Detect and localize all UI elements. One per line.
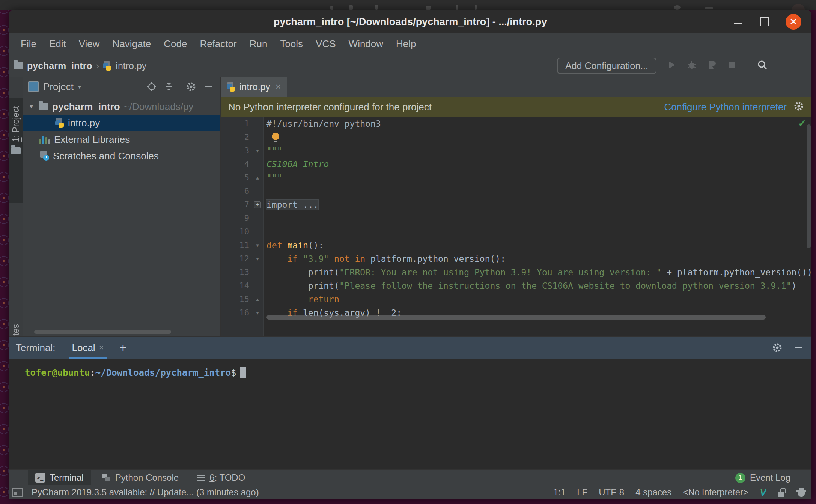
shell-prompt: tofer@ubuntu:~/Downloads/pycharm_intro$ bbox=[25, 367, 246, 378]
menu-run[interactable]: Run bbox=[243, 38, 274, 50]
python-file-icon bbox=[227, 82, 236, 92]
code-line-15[interactable]: 15▴ return bbox=[221, 292, 811, 306]
terminal-gear-icon[interactable] bbox=[771, 341, 784, 354]
fold-marker-icon[interactable]: ▾ bbox=[253, 306, 262, 320]
menu-navigate[interactable]: Navigate bbox=[106, 38, 158, 50]
gear-icon[interactable] bbox=[185, 80, 197, 93]
interpreter-widget[interactable]: <No interpreter> bbox=[683, 487, 748, 498]
menu-view[interactable]: View bbox=[72, 38, 106, 50]
line-number: 12 bbox=[221, 252, 249, 266]
tool-stripe-project[interactable]: 1: Project bbox=[9, 98, 23, 203]
breadcrumb: pycharm_intro › intro.py bbox=[9, 60, 557, 72]
editor-horizontal-scrollbar[interactable] bbox=[266, 315, 766, 320]
code-line-2[interactable]: 2 bbox=[221, 130, 811, 144]
stop-icon[interactable] bbox=[727, 60, 737, 71]
line-separator[interactable]: LF bbox=[577, 487, 587, 498]
search-everywhere-icon[interactable] bbox=[757, 59, 768, 72]
titlebar[interactable]: pycharm_intro [~/Downloads/pycharm_intro… bbox=[9, 10, 811, 33]
toolbar-terminal-button[interactable]: >_ Terminal bbox=[28, 470, 91, 486]
run-with-coverage-icon[interactable] bbox=[707, 60, 717, 72]
toolbar-python-console-button[interactable]: Python Console bbox=[94, 470, 186, 486]
editor-vertical-scrollbar[interactable] bbox=[807, 124, 811, 248]
code-line-13[interactable]: 13 print("ERROR: You are not using Pytho… bbox=[221, 266, 811, 279]
menu-refactor[interactable]: Refactor bbox=[193, 38, 243, 50]
code-line-12[interactable]: 12▾ if "3.9" not in platform.python_vers… bbox=[221, 252, 811, 266]
run-icon[interactable] bbox=[666, 60, 677, 72]
collapse-all-icon[interactable] bbox=[163, 80, 175, 93]
terminal-hide-icon[interactable] bbox=[792, 341, 805, 354]
terminal-output[interactable]: tofer@ubuntu:~/Downloads/pycharm_intro$ bbox=[9, 358, 811, 470]
add-configuration-button[interactable]: Add Configuration... bbox=[557, 58, 656, 74]
menu-vcs[interactable]: VCS bbox=[309, 38, 342, 50]
unlocked-padlock-icon[interactable] bbox=[778, 488, 785, 497]
code-line-7[interactable]: 7+import ... bbox=[221, 198, 811, 212]
intention-bulb-icon[interactable] bbox=[272, 133, 279, 140]
status-message[interactable]: PyCharm 2019.3.5 available: // Update...… bbox=[28, 487, 553, 498]
tree-item-scratches-consoles[interactable]: Scratches and Consoles bbox=[23, 148, 220, 164]
line-number: 1 bbox=[221, 117, 249, 130]
code-line-3[interactable]: 3▾""" bbox=[221, 144, 811, 158]
project-horizontal-scrollbar[interactable] bbox=[34, 330, 171, 334]
scratches-icon bbox=[39, 151, 49, 161]
hector-inspector-icon[interactable] bbox=[796, 488, 806, 497]
debug-icon[interactable] bbox=[687, 60, 697, 72]
maximize-icon bbox=[760, 17, 769, 26]
code-line-11[interactable]: 11▾def main(): bbox=[221, 238, 811, 252]
fold-marker-icon[interactable]: ▾ bbox=[253, 238, 262, 252]
close-button[interactable]: ✕ bbox=[782, 10, 805, 33]
project-view-selector[interactable]: Project bbox=[43, 81, 74, 93]
hide-panel-icon[interactable] bbox=[202, 80, 215, 93]
configure-interpreter-link[interactable]: Configure Python interpreter bbox=[664, 101, 787, 113]
maximize-button[interactable] bbox=[755, 10, 774, 33]
code-line-6[interactable]: 6 bbox=[221, 184, 811, 198]
breadcrumb-file[interactable]: intro.py bbox=[116, 60, 146, 71]
indent-style[interactable]: 4 spaces bbox=[635, 487, 671, 498]
code-line-9[interactable]: 9 bbox=[221, 212, 811, 225]
tree-item-external-libraries[interactable]: External Libraries bbox=[23, 131, 220, 148]
fold-marker-icon[interactable]: ▾ bbox=[253, 144, 262, 158]
breadcrumb-project[interactable]: pycharm_intro bbox=[27, 60, 92, 71]
menu-file[interactable]: File bbox=[14, 38, 43, 50]
minimize-button[interactable] bbox=[729, 10, 748, 33]
event-log-button[interactable]: 1 Event Log bbox=[735, 472, 811, 483]
tree-expanded-icon[interactable]: ▼ bbox=[28, 103, 35, 110]
terminal-tab-close-icon[interactable]: × bbox=[99, 343, 104, 352]
editor-tab-intro-py[interactable]: intro.py × bbox=[221, 76, 287, 97]
inspection-ok-icon[interactable]: ✓ bbox=[798, 118, 806, 129]
menu-tools[interactable]: Tools bbox=[274, 38, 309, 50]
fold-marker-icon[interactable]: ▾ bbox=[253, 252, 262, 266]
caret-position[interactable]: 1:1 bbox=[553, 487, 566, 498]
banner-gear-icon[interactable] bbox=[793, 101, 804, 113]
fold-marker-icon[interactable]: ▴ bbox=[253, 171, 262, 184]
menu-window[interactable]: Window bbox=[342, 38, 390, 50]
file-encoding[interactable]: UTF-8 bbox=[599, 487, 624, 498]
code-line-1[interactable]: 1#!/usr/bin/env python3 bbox=[221, 117, 811, 130]
code-text: CS106A Intro bbox=[266, 158, 811, 171]
code-line-14[interactable]: 14 print("Please follow the instructions… bbox=[221, 279, 811, 292]
fold-marker-icon[interactable]: ▴ bbox=[253, 292, 262, 306]
menu-code[interactable]: Code bbox=[157, 38, 193, 50]
new-terminal-session-icon[interactable]: + bbox=[120, 341, 127, 355]
menu-edit[interactable]: Edit bbox=[43, 38, 72, 50]
tree-item-intro-py[interactable]: intro.py bbox=[23, 115, 220, 131]
ideavim-icon[interactable]: V bbox=[760, 487, 766, 498]
fold-marker-icon[interactable]: + bbox=[254, 201, 261, 208]
locate-file-icon[interactable] bbox=[145, 80, 158, 93]
code-line-10[interactable]: 10 bbox=[221, 225, 811, 238]
terminal-tab-local[interactable]: Local × bbox=[69, 337, 107, 358]
line-number: 16 bbox=[221, 306, 249, 320]
tab-close-icon[interactable]: × bbox=[274, 81, 281, 92]
line-number: 14 bbox=[221, 279, 249, 292]
code-text: print("ERROR: You are not using Python 3… bbox=[266, 266, 811, 279]
menu-help[interactable]: Help bbox=[390, 38, 422, 50]
tree-item-project-root[interactable]: ▼ pycharm_intro ~/Downloads/py bbox=[23, 98, 220, 115]
code-text: print("Please follow the instructions on… bbox=[266, 279, 811, 292]
code-editor[interactable]: 1#!/usr/bin/env python323▾"""4CS106A Int… bbox=[221, 117, 811, 336]
code-line-5[interactable]: 5▴""" bbox=[221, 171, 811, 184]
toolbar-todo-button[interactable]: 6: TODO bbox=[189, 470, 253, 486]
left-tool-stripe: 1: Project 2: Favorites ★ 7: Structure bbox=[9, 76, 23, 336]
code-line-4[interactable]: 4CS106A Intro bbox=[221, 158, 811, 171]
project-panel: Project ▾ bbox=[23, 76, 220, 336]
tool-window-switcher-icon[interactable] bbox=[12, 488, 23, 497]
code-text: """ bbox=[266, 144, 811, 158]
